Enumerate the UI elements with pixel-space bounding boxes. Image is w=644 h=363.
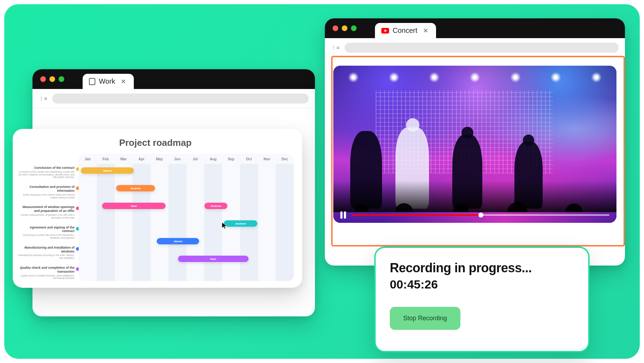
task-title: Agreement and signing of the contract [17, 226, 74, 233]
menu-icon[interactable]: ⋮≡ [39, 96, 47, 101]
month-column [258, 164, 276, 281]
gantt-bar[interactable]: James [81, 167, 134, 174]
month-column [132, 164, 150, 281]
task-title: Quality check and completion of the tran… [17, 266, 74, 274]
month-label: Sep [222, 157, 240, 161]
task-description: quality check of installed windows, clie… [17, 274, 74, 280]
task-label: Measurement of window openings and prepa… [17, 205, 74, 219]
concert-tab[interactable]: Concert ✕ [375, 23, 436, 38]
gantt-bar[interactable]: Andrew [116, 185, 155, 191]
document-icon [89, 78, 95, 85]
maximize-icon[interactable] [59, 76, 64, 82]
gantt-container: Conclusion of the contractConclusion of … [17, 154, 294, 281]
stop-recording-button[interactable]: Stop Recording [390, 307, 460, 330]
month-label: Aug [204, 157, 222, 161]
task-label: Consultation and provision of informatio… [17, 185, 74, 199]
maximize-icon[interactable] [351, 25, 357, 31]
progress-fill [352, 214, 481, 216]
month-column [276, 164, 294, 281]
month-column [168, 164, 186, 281]
month-column [186, 164, 204, 281]
work-tab[interactable]: Work ✕ [83, 74, 134, 89]
month-label: Mar [115, 157, 133, 161]
concert-tab-label: Concert [393, 26, 417, 35]
work-traffic-lights [40, 76, 64, 82]
month-label: May [150, 157, 168, 161]
concert-titlebar: Concert ✕ [325, 18, 625, 38]
gantt-bar[interactable]: Andrew [204, 203, 227, 209]
month-label: Nov [258, 157, 276, 161]
work-toolbar: ⋮≡ [32, 89, 315, 108]
work-titlebar: Work ✕ [32, 69, 315, 89]
gantt-bar[interactable]: James [157, 238, 199, 244]
roadmap-card: Project roadmap Conclusion of the contra… [13, 129, 302, 288]
month-label: Feb [97, 157, 115, 161]
concert-traffic-lights [333, 25, 357, 31]
close-icon[interactable] [40, 76, 46, 82]
video-progress-bar[interactable] [352, 214, 609, 216]
task-title: Measurement of window openings and prepa… [17, 205, 74, 213]
crowd-silhouette [333, 180, 616, 212]
gantt-bar[interactable]: Andrew [224, 220, 257, 227]
gantt-bar[interactable]: Sam [102, 203, 166, 209]
minimize-icon[interactable] [342, 25, 347, 31]
stage-spotlights [333, 72, 616, 86]
gantt-bar[interactable]: Sam [178, 256, 249, 262]
task-description: precise measurements, preparation of an … [17, 214, 74, 219]
month-label: Apr [132, 157, 150, 161]
recording-status-title: Recording in progress... [390, 261, 574, 275]
menu-icon[interactable]: ⋮≡ [331, 45, 340, 50]
task-description: concluding a contract with terms of the … [17, 234, 74, 239]
task-label: Agreement and signing of the contractcon… [17, 226, 74, 239]
task-title: Conclusion of the contract [17, 166, 74, 170]
task-description: manufacturing windows according to the o… [17, 254, 74, 260]
task-title: Consultation and provision of informatio… [17, 185, 74, 193]
tab-close-icon[interactable]: ✕ [121, 78, 126, 85]
months-header: JanFebMarAprMayJunJulAugSepOctNovDec [79, 154, 294, 164]
recording-panel: Recording in progress... 00:45:26 Stop R… [374, 246, 590, 352]
work-tab-label: Work [99, 77, 115, 85]
roadmap-title: Project roadmap [17, 137, 294, 148]
recording-elapsed-time: 00:45:26 [390, 278, 574, 291]
gantt-grid[interactable]: JanFebMarAprMayJunJulAugSepOctNovDec Jam… [79, 154, 294, 281]
task-label: Quality check and completion of the tran… [17, 266, 74, 280]
close-icon[interactable] [333, 25, 338, 31]
minimize-icon[interactable] [49, 76, 55, 82]
pause-icon[interactable] [340, 212, 347, 219]
tab-close-icon[interactable]: ✕ [423, 27, 428, 35]
task-title: Manufacturing and installation of window… [17, 246, 74, 254]
video-controls [340, 212, 609, 219]
month-column [115, 164, 133, 281]
month-label: Jul [186, 157, 204, 161]
video-player[interactable] [333, 66, 616, 223]
month-column [79, 164, 97, 281]
youtube-icon [381, 28, 389, 34]
concert-url-bar[interactable] [345, 43, 619, 53]
task-description: further discussion of the client's needs… [17, 194, 74, 199]
task-label: Conclusion of the contractConclusion of … [17, 166, 74, 179]
month-label: Jan [79, 157, 97, 161]
work-url-bar[interactable] [52, 94, 309, 103]
task-label: Manufacturing and installation of window… [17, 246, 74, 260]
task-description: Conclusion of the contact and establishi… [17, 171, 74, 179]
month-column [204, 164, 222, 281]
month-label: Jun [168, 157, 186, 161]
month-column [97, 164, 115, 281]
concert-browser-window: Concert ✕ ⋮≡ [325, 18, 625, 266]
month-column [150, 164, 168, 281]
month-label: Oct [240, 157, 258, 161]
cursor-icon [221, 221, 229, 231]
month-columns [79, 164, 294, 281]
concert-scene [333, 66, 616, 223]
month-label: Dec [276, 157, 294, 161]
concert-toolbar: ⋮≡ [325, 38, 625, 57]
progress-thumb[interactable] [478, 213, 483, 218]
task-labels-column: Conclusion of the contractConclusion of … [17, 154, 79, 281]
